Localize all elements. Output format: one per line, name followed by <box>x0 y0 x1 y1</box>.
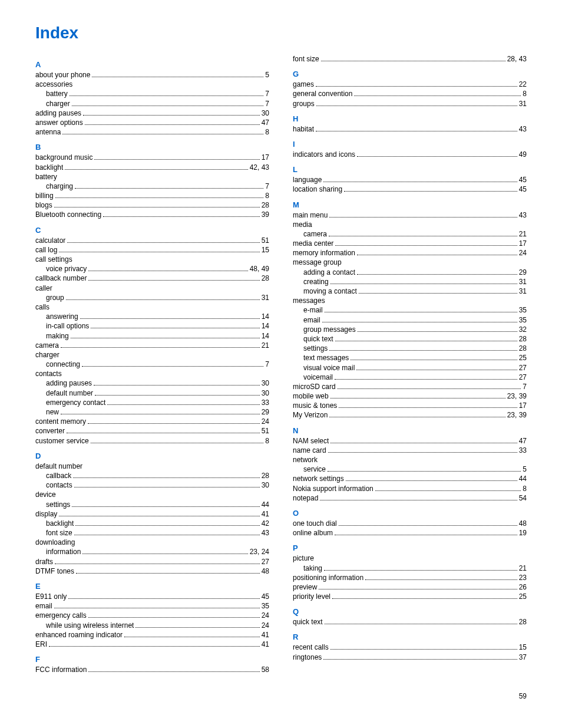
index-entry: billing8 <box>35 191 269 200</box>
index-label: email <box>35 601 52 611</box>
index-pages: 48 <box>262 566 269 576</box>
index-label: DTMF tones <box>35 566 74 576</box>
index-label: quick text <box>303 334 333 344</box>
index-entry: online album19 <box>293 528 527 538</box>
index-entry: camera21 <box>35 341 269 350</box>
index-entry: Bluetooth connecting39 <box>35 210 269 219</box>
index-entry: settings44 <box>35 500 269 509</box>
dot-leader <box>328 452 517 453</box>
index-label: calls <box>35 302 49 312</box>
section-letter: O <box>293 509 527 518</box>
index-pages: 8 <box>523 484 527 493</box>
dot-leader <box>70 95 264 96</box>
index-pages: 28 <box>262 200 269 210</box>
dot-leader <box>359 293 517 294</box>
dot-leader <box>85 124 260 125</box>
index-pages: 7 <box>265 99 269 108</box>
index-entry: indicators and icons49 <box>293 150 527 159</box>
index-pages: 8 <box>523 89 527 98</box>
index-entry: blogs28 <box>35 200 269 210</box>
index-entry: group messages32 <box>293 325 527 334</box>
index-label: messages <box>293 296 325 305</box>
index-entry: quick text28 <box>293 334 527 344</box>
dot-leader <box>82 366 263 367</box>
index-entry: customer service8 <box>35 436 269 446</box>
index-entry: service5 <box>293 465 527 474</box>
index-entry: while using wireless internet24 <box>35 621 269 630</box>
section-letter: P <box>293 543 527 552</box>
dot-leader <box>73 477 259 478</box>
dot-leader <box>88 280 259 281</box>
dot-leader <box>319 589 517 589</box>
section-letter: G <box>293 70 527 78</box>
index-entry: font size43 <box>35 528 269 538</box>
dot-leader <box>59 516 259 516</box>
index-pages: 54 <box>519 493 527 503</box>
index-entry: music & tones17 <box>293 401 527 410</box>
index-header: caller <box>35 284 269 293</box>
index-label: voicemail <box>303 373 333 382</box>
index-entry: backlight42 <box>35 519 269 528</box>
index-pages: 28 <box>262 274 269 283</box>
index-pages: 31 <box>519 277 527 286</box>
section-letter: H <box>293 114 527 123</box>
index-pages: 35 <box>262 601 269 611</box>
index-header: calls <box>35 302 269 312</box>
dot-leader <box>59 252 259 252</box>
index-entry: font size28, 43 <box>293 54 527 64</box>
index-header: accessories <box>35 80 269 89</box>
dot-leader <box>346 480 517 481</box>
index-header: call settings <box>35 255 269 264</box>
dot-leader <box>332 598 517 599</box>
index-label: language <box>293 175 322 185</box>
dot-leader <box>107 404 259 405</box>
index-pages: 8 <box>265 191 269 200</box>
index-entry: moving a contact31 <box>293 286 527 296</box>
dot-leader <box>330 398 505 398</box>
index-entry: enhanced roaming indicator41 <box>35 630 269 640</box>
index-header: battery <box>35 172 269 182</box>
dot-leader <box>88 617 260 618</box>
dot-leader <box>338 388 521 389</box>
index-entry: in-call options14 <box>35 321 269 331</box>
index-pages: 23, 39 <box>507 410 527 420</box>
index-label: device <box>35 490 56 499</box>
index-pages: 30 <box>262 378 269 388</box>
index-entry: recent calls15 <box>293 643 527 652</box>
index-pages: 23 <box>519 573 527 582</box>
index-pages: 24 <box>262 417 269 426</box>
index-pages: 42, 43 <box>250 163 269 172</box>
index-entry: habitat43 <box>293 124 527 134</box>
index-label: message group <box>293 258 342 267</box>
index-entry: one touch dial48 <box>293 519 527 528</box>
section-letter: E <box>35 582 269 591</box>
dot-leader <box>316 86 517 87</box>
index-label: Bluetooth connecting <box>35 210 101 219</box>
index-entry: FCC information58 <box>35 665 269 674</box>
index-label: group messages <box>303 325 356 334</box>
index-entry: media center17 <box>293 239 527 248</box>
index-label: settings <box>303 344 328 353</box>
dot-leader <box>357 274 517 275</box>
dot-leader <box>330 443 517 443</box>
dot-leader <box>328 471 521 472</box>
index-label: adding pauses <box>46 378 92 388</box>
dot-leader <box>83 115 260 116</box>
index-label: converter <box>35 426 65 436</box>
index-entry: converter51 <box>35 426 269 436</box>
index-entry: about your phone5 <box>35 70 269 80</box>
index-pages: 25 <box>519 353 527 363</box>
section-letter: F <box>35 655 269 664</box>
index-label: NAM select <box>293 436 329 446</box>
index-entry: taking21 <box>293 564 527 573</box>
index-label: email <box>303 315 320 325</box>
dot-leader <box>88 671 259 672</box>
index-label: customer service <box>35 436 89 446</box>
dot-leader <box>80 318 260 319</box>
index-pages: 58 <box>262 665 269 674</box>
index-label: content memory <box>35 417 86 426</box>
index-entry: network settings44 <box>293 474 527 483</box>
index-pages: 22 <box>519 80 527 89</box>
index-entry: background music17 <box>35 153 269 162</box>
dot-leader <box>329 417 505 417</box>
